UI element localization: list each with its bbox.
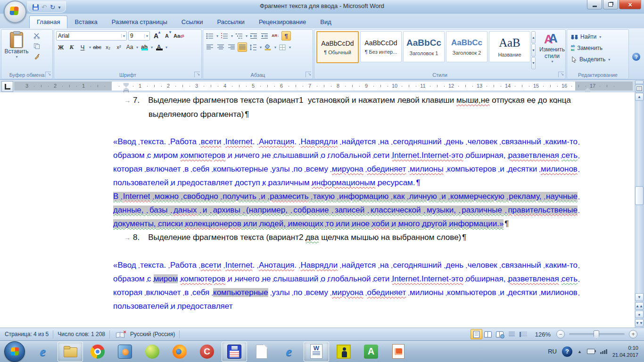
zoom-slider[interactable] — [569, 333, 625, 335]
document-area[interactable]: 7.→Выделение· фрагментов· текста· (вариа… — [0, 92, 644, 328]
help-tray-icon[interactable]: ? — [562, 346, 572, 357]
taskbar-item-windows-explorer[interactable] — [58, 342, 83, 362]
clear-formatting-button[interactable]: Aa — [173, 31, 185, 41]
tab-stop-selector[interactable] — [1, 81, 13, 92]
shrink-font-button[interactable]: A▼ — [162, 31, 172, 41]
clipboard-dialog-launcher[interactable]: ↘ — [45, 72, 51, 77]
zoom-out-button[interactable]: − — [556, 330, 565, 338]
subscript-button[interactable]: x₂ — [103, 42, 113, 52]
numbered-list-paragraph[interactable]: 7.→Выделение· фрагментов· текста· (вариа… — [113, 93, 578, 121]
underline-button[interactable]: Ч — [78, 42, 87, 52]
power-icon[interactable] — [587, 349, 595, 354]
previous-page-button[interactable]: ▲▲ — [635, 302, 644, 310]
copy-button[interactable] — [32, 41, 42, 51]
taskbar-item-new-document[interactable] — [249, 342, 274, 362]
tab-6[interactable]: Вид — [313, 16, 339, 28]
network-icon[interactable] — [600, 349, 607, 354]
ruler-toggle-button[interactable] — [635, 85, 644, 92]
underline-dropdown-icon[interactable]: ▾ — [89, 45, 91, 49]
cut-button[interactable] — [32, 31, 42, 41]
shading-button[interactable] — [263, 42, 272, 52]
line-spacing-dropdown-icon[interactable]: ▾ — [260, 45, 262, 49]
taskbar-item-ccleaner[interactable] — [194, 342, 220, 362]
taskbar-item-chrome[interactable] — [85, 342, 110, 362]
scrollbar-thumb[interactable] — [635, 186, 644, 205]
align-right-button[interactable] — [227, 42, 236, 52]
superscript-button[interactable]: x² — [114, 42, 124, 52]
style-item-0[interactable]: AaBbCcDd¶ Обычный — [316, 31, 359, 63]
next-page-button[interactable]: ▼▼ — [635, 319, 644, 327]
multilevel-list-button[interactable] — [234, 31, 244, 41]
proofing-errors-icon[interactable]: × — [116, 331, 124, 337]
numbered-list-paragraph[interactable]: 8.→Выделение· фрагментов· текста· (вариа… — [113, 230, 578, 245]
replace-button[interactable]: abac Заменить — [569, 42, 627, 54]
sort-button[interactable]: АЯ↓ — [271, 31, 280, 41]
view-button-web-layout[interactable] — [494, 329, 506, 339]
bullets-dropdown-icon[interactable]: ▾ — [216, 34, 218, 38]
word-count[interactable]: Число слов: 1 208 — [58, 331, 105, 337]
document-text[interactable]: 7.→Выделение· фрагментов· текста· (вариа… — [113, 93, 578, 313]
increase-indent-button[interactable] — [260, 31, 269, 41]
font-color-dropdown-icon[interactable]: ▾ — [165, 45, 167, 49]
view-button-outline[interactable] — [506, 329, 518, 339]
view-button-draft[interactable] — [518, 329, 529, 339]
highlight-color-button[interactable]: ab — [140, 42, 149, 52]
style-item-3[interactable]: AaBbCcЗаголовок 2 — [446, 31, 487, 62]
scroll-up-button[interactable]: ▲ — [635, 93, 644, 101]
multilevel-dropdown-icon[interactable]: ▾ — [246, 34, 248, 38]
styles-scroll-down-icon[interactable]: ▼ — [531, 44, 536, 56]
body-paragraph[interactable]: «Ввод· текста.· Работа· всети· Internet.… — [113, 135, 578, 189]
show-hidden-icons-button[interactable]: ▲ — [578, 349, 582, 354]
language-switcher[interactable]: RU — [548, 348, 557, 355]
close-button[interactable]: × — [619, 0, 641, 9]
select-browse-object-button[interactable]: ● — [635, 311, 644, 318]
font-family-dropdown-icon[interactable]: ▾ — [121, 34, 125, 38]
taskbar-item-word[interactable] — [304, 342, 329, 362]
view-button-full-screen-reading[interactable] — [482, 329, 494, 339]
styles-gallery-expand-icon[interactable]: ▼ — [531, 57, 536, 69]
highlight-dropdown-icon[interactable]: ▾ — [151, 45, 153, 49]
body-paragraph[interactable]: «Ввод· текста.· Работа· всети· Internet.… — [113, 258, 578, 313]
font-dialog-launcher[interactable]: ↘ — [194, 72, 200, 77]
decrease-indent-button[interactable] — [249, 31, 258, 41]
align-left-button[interactable] — [205, 42, 215, 52]
format-painter-button[interactable] — [32, 52, 42, 61]
taskbar-item-abbyy[interactable] — [358, 342, 384, 362]
split-handle[interactable] — [635, 81, 644, 84]
help-button[interactable]: ? — [632, 53, 640, 61]
show-formatting-marks-button[interactable]: ¶ — [281, 31, 291, 41]
borders-button[interactable] — [278, 42, 287, 52]
paragraph-dialog-launcher[interactable]: ↘ — [305, 72, 311, 77]
paste-dropdown-icon[interactable]: ▾ — [16, 55, 17, 59]
shading-dropdown-icon[interactable]: ▾ — [274, 45, 276, 49]
find-button[interactable]: Найти ▾ — [569, 31, 627, 42]
select-button[interactable]: Выделить ▾ — [569, 54, 627, 65]
taskbar-item-internet-explorer-2[interactable] — [276, 342, 302, 362]
style-item-2[interactable]: AaBbCcЗаголовок 1 — [403, 31, 445, 62]
tab-3[interactable]: Ссылки — [174, 16, 210, 28]
line-spacing-button[interactable] — [248, 42, 258, 52]
taskbar-item-firefox[interactable] — [167, 342, 192, 362]
office-button[interactable] — [4, 0, 26, 23]
taskbar-item-internet-explorer[interactable] — [30, 342, 56, 362]
restore-button[interactable] — [603, 0, 618, 9]
tab-2[interactable]: Разметка страницы — [105, 16, 174, 28]
zoom-in-button[interactable]: + — [629, 330, 637, 338]
view-button-print-layout[interactable] — [471, 329, 482, 339]
change-case-button[interactable]: Aa — [125, 42, 134, 52]
zoom-level[interactable]: 126% — [535, 331, 551, 338]
font-color-button[interactable]: А — [154, 42, 164, 52]
font-size-dropdown-icon[interactable]: ▾ — [144, 34, 148, 38]
page-indicator[interactable]: Страница: 4 из 5 — [5, 331, 49, 337]
body-paragraph[interactable]: В· Internet· можно· свободно· получить· … — [113, 189, 578, 230]
taskbar-item-mediaget[interactable] — [140, 342, 165, 362]
scroll-down-button[interactable]: ▼ — [635, 293, 644, 301]
grow-font-button[interactable]: A▲ — [151, 31, 161, 41]
align-center-button[interactable] — [216, 42, 225, 52]
clock[interactable]: 0:1021.04.2017 — [612, 345, 638, 359]
tab-home[interactable]: Главная — [29, 16, 67, 28]
numbering-dropdown-icon[interactable]: ▾ — [231, 34, 233, 38]
numbering-button[interactable] — [220, 31, 229, 41]
minimize-button[interactable] — [587, 0, 602, 9]
strikethrough-button[interactable]: abc — [92, 42, 102, 52]
